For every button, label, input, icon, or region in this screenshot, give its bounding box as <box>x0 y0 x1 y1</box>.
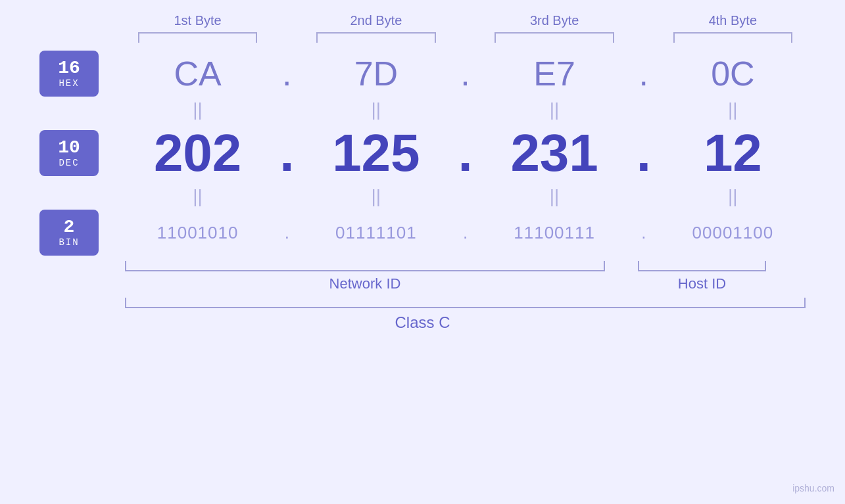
class-label-row: Class C <box>39 308 806 332</box>
nh-left-spacer <box>39 261 125 292</box>
hex-dot-2: . <box>449 54 482 93</box>
bin-label-box: 2 BIN <box>39 210 99 256</box>
dec-values: 202 . 125 . 231 . 12 <box>125 123 806 183</box>
class-label: Class C <box>395 313 450 332</box>
byte-label-1: 1st Byte <box>174 13 221 28</box>
equals-row-2: || || || || <box>39 186 806 207</box>
main-container: 1st Byte 2nd Byte 3rd Byte 4th Byte 16 <box>0 0 845 504</box>
equals-2-1: || <box>125 186 270 207</box>
byte-label-3: 3rd Byte <box>530 13 579 28</box>
host-bracket-wrapper: Host ID <box>638 261 766 292</box>
bin-val-4: 00001100 <box>660 223 806 243</box>
byte-bracket-3 <box>495 32 614 43</box>
byte-bracket-2 <box>316 32 435 43</box>
dec-val-3: 231 <box>482 123 627 183</box>
equals-1-1: || <box>125 99 270 120</box>
header-col-4: 4th Byte <box>660 13 806 43</box>
dec-dot-2: . <box>449 123 482 183</box>
watermark: ipshu.com <box>792 483 834 493</box>
header-columns: 1st Byte 2nd Byte 3rd Byte 4th Byte <box>125 13 806 43</box>
dec-label-box: 10 DEC <box>39 130 99 176</box>
equals-1-4: || <box>660 99 806 120</box>
byte-label-4: 4th Byte <box>709 13 757 28</box>
byte-label-2: 2nd Byte <box>350 13 402 28</box>
hex-dot-1: . <box>270 54 303 93</box>
host-bracket <box>638 261 766 271</box>
equals-values-1: || || || || <box>125 99 806 120</box>
dec-row: 10 DEC 202 . 125 . 231 . 12 <box>39 123 806 183</box>
byte-labels-header: 1st Byte 2nd Byte 3rd Byte 4th Byte <box>39 13 806 43</box>
hex-base-text: HEX <box>59 78 79 89</box>
dec-dot-3: . <box>627 123 660 183</box>
bin-base-text: BIN <box>59 237 79 248</box>
bin-values: 11001010 . 01111101 . 11100111 . 0000110… <box>125 223 806 243</box>
bin-dot-3: . <box>627 223 660 243</box>
class-section: Class C <box>39 298 806 332</box>
byte-bracket-4 <box>673 32 792 43</box>
hex-row: 16 HEX CA . 7D . E7 . 0C <box>39 51 806 97</box>
bin-dot-2: . <box>449 223 482 243</box>
bin-val-1: 11001010 <box>125 223 270 243</box>
hex-label-box: 16 HEX <box>39 51 99 97</box>
host-id-label: Host ID <box>678 275 726 292</box>
header-col-2: 2nd Byte <box>303 13 448 43</box>
equals-2-3: || <box>482 186 627 207</box>
dec-val-4: 12 <box>660 123 806 183</box>
equals-2-4: || <box>660 186 806 207</box>
hex-val-3: E7 <box>482 54 627 93</box>
hex-dot-3: . <box>627 54 660 93</box>
equals-values-2: || || || || <box>125 186 806 207</box>
hex-val-4: 0C <box>660 54 806 93</box>
bin-base-num: 2 <box>64 218 75 238</box>
network-id-label: Network ID <box>329 275 401 292</box>
dec-val-1: 202 <box>125 123 270 183</box>
header-col-1: 1st Byte <box>125 13 270 43</box>
dec-base-text: DEC <box>59 158 79 168</box>
class-bracket-row <box>39 298 806 308</box>
hex-base-num: 16 <box>58 58 80 79</box>
hex-val-1: CA <box>125 54 270 93</box>
nh-bracket-row: Network ID Host ID <box>125 261 766 292</box>
bin-dot-1: . <box>270 223 303 243</box>
equals-row-1: || || || || <box>39 99 806 120</box>
hex-values: CA . 7D . E7 . 0C <box>125 54 806 93</box>
hex-val-2: 7D <box>303 54 448 93</box>
network-host-section: Network ID Host ID <box>39 261 806 292</box>
byte-bracket-1 <box>138 32 257 43</box>
equals-1-2: || <box>303 99 448 120</box>
class-bracket <box>125 298 806 308</box>
dec-dot-1: . <box>270 123 303 183</box>
network-bracket-wrapper: Network ID <box>125 261 605 292</box>
header-col-3: 3rd Byte <box>482 13 627 43</box>
network-bracket <box>125 261 605 271</box>
equals-2-2: || <box>303 186 448 207</box>
dec-val-2: 125 <box>303 123 448 183</box>
dec-base-num: 10 <box>58 138 80 158</box>
bin-val-3: 11100111 <box>482 223 627 243</box>
class-left-spacer <box>39 298 125 308</box>
network-bracket-container: Network ID Host ID <box>125 261 766 292</box>
bin-row: 2 BIN 11001010 . 01111101 . 11100111 . 0… <box>39 210 806 256</box>
bin-val-2: 01111101 <box>303 223 448 243</box>
equals-1-3: || <box>482 99 627 120</box>
